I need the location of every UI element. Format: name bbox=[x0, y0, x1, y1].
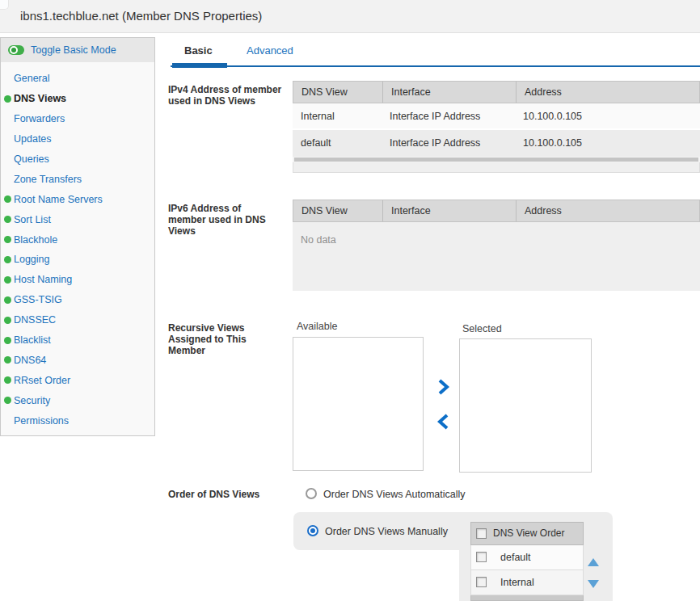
chevron-right-icon bbox=[436, 378, 449, 396]
horizontal-scrollbar[interactable] bbox=[293, 157, 700, 162]
sidebar-item-label: Blacklist bbox=[14, 334, 51, 346]
table-row[interactable]: Internal Interface IP Address 10.100.0.1… bbox=[293, 103, 700, 130]
cell-dns-view: Internal bbox=[293, 103, 382, 128]
column-header-interface[interactable]: Interface bbox=[382, 200, 516, 221]
sidebar-item-label: Zone Transfers bbox=[14, 174, 82, 185]
sidebar-item-gss-tsig[interactable]: GSS-TSIG bbox=[1, 290, 154, 310]
sidebar-item-root-name-servers[interactable]: Root Name Servers bbox=[1, 189, 154, 209]
cell-address: 10.100.0.105 bbox=[515, 130, 700, 157]
column-header-address[interactable]: Address bbox=[516, 200, 699, 221]
toggle-knob bbox=[10, 46, 18, 54]
status-dot-icon bbox=[4, 95, 11, 103]
sidebar-item-label: Forwarders bbox=[14, 113, 65, 124]
sidebar-item-label: RRset Order bbox=[14, 375, 70, 386]
scrollbar-thumb[interactable] bbox=[294, 158, 698, 162]
toggle-basic-mode[interactable]: Toggle Basic Mode bbox=[1, 38, 154, 62]
move-left-button[interactable] bbox=[436, 413, 449, 434]
toggle-switch-icon[interactable] bbox=[8, 45, 24, 55]
sidebar-item-dns-views[interactable]: DNS Views bbox=[1, 89, 154, 109]
sidebar-item-dns64[interactable]: DNS64 bbox=[1, 350, 154, 370]
tab-basic[interactable]: Basic bbox=[184, 44, 213, 57]
status-dot-icon bbox=[4, 337, 11, 344]
sidebar-item-label: Updates bbox=[14, 133, 52, 145]
recursive-views-section-label: Recursive Views Assigned to This Member bbox=[168, 322, 259, 356]
move-right-button[interactable] bbox=[436, 378, 449, 399]
radio-order-manually-label[interactable]: Order DNS Views Manually bbox=[325, 526, 448, 537]
select-all-checkbox[interactable] bbox=[476, 528, 487, 539]
order-row-label: default bbox=[500, 545, 531, 569]
ipv4-table-header: DNS View Interface Address bbox=[293, 81, 700, 103]
status-dot-icon bbox=[4, 376, 11, 384]
active-tab-indicator bbox=[172, 63, 227, 68]
column-header-address[interactable]: Address bbox=[516, 82, 699, 103]
sidebar-item-label: Host Naming bbox=[14, 274, 72, 285]
status-dot-icon bbox=[4, 216, 11, 223]
sidebar-item-blackhole[interactable]: Blackhole bbox=[1, 229, 154, 250]
sidebar-item-forwarders[interactable]: Forwarders bbox=[1, 109, 154, 129]
ipv4-table: DNS View Interface Address Internal Inte… bbox=[293, 81, 700, 173]
status-dot-icon bbox=[4, 236, 11, 243]
cell-address: 10.100.0.105 bbox=[515, 103, 700, 128]
row-checkbox[interactable] bbox=[476, 577, 487, 587]
status-dot-icon bbox=[4, 276, 11, 284]
dns-view-order-table: DNS View Order default Internal bbox=[470, 522, 584, 601]
cell-dns-view: default bbox=[293, 130, 382, 157]
selected-list-label: Selected bbox=[462, 323, 502, 334]
ipv6-table: DNS View Interface Address No data bbox=[293, 200, 700, 291]
ipv4-section-label: IPv4 Address of member used in DNS Views bbox=[168, 84, 296, 107]
sidebar-item-label: General bbox=[14, 73, 49, 84]
radio-order-automatically[interactable] bbox=[306, 488, 317, 499]
sidebar-item-label: DNS64 bbox=[14, 355, 46, 366]
radio-order-automatically-label[interactable]: Order DNS Views Automatically bbox=[323, 489, 466, 500]
cell-interface: Interface IP Address bbox=[382, 130, 515, 157]
column-header-interface[interactable]: Interface bbox=[382, 82, 516, 103]
table-footer-strip bbox=[293, 162, 700, 173]
sidebar-item-rrset-order[interactable]: RRset Order bbox=[1, 370, 154, 390]
column-header-dns-view[interactable]: DNS View bbox=[293, 82, 382, 103]
sidebar-item-logging[interactable]: Logging bbox=[1, 250, 154, 270]
sidebar-item-permissions[interactable]: Permissions bbox=[1, 410, 154, 431]
sidebar-item-label: DNS Views bbox=[14, 93, 66, 104]
order-table-scrollbar[interactable] bbox=[470, 595, 584, 601]
dialog-title: ibns1.techblue.net (Member DNS Propertie… bbox=[20, 9, 262, 23]
sidebar-nav: General DNS Views Forwarders Updates Que… bbox=[1, 62, 154, 431]
sidebar-item-blacklist[interactable]: Blacklist bbox=[1, 330, 154, 351]
sidebar-item-label: Queries bbox=[14, 153, 49, 165]
available-list-label: Available bbox=[297, 321, 338, 332]
order-table-header-label: DNS View Order bbox=[493, 523, 564, 544]
sidebar-item-sort-list[interactable]: Sort List bbox=[1, 209, 154, 229]
tab-advanced[interactable]: Advanced bbox=[247, 44, 293, 57]
sidebar-item-zone-transfers[interactable]: Zone Transfers bbox=[1, 169, 154, 189]
sidebar-item-security[interactable]: Security bbox=[1, 390, 154, 410]
order-table-header: DNS View Order bbox=[470, 522, 584, 545]
status-dot-icon bbox=[4, 296, 11, 304]
ipv6-table-header: DNS View Interface Address bbox=[293, 200, 700, 222]
member-dns-properties-dialog: ibns1.techblue.net (Member DNS Propertie… bbox=[0, 0, 700, 601]
column-header-dns-view[interactable]: DNS View bbox=[293, 200, 382, 221]
selected-listbox[interactable] bbox=[459, 338, 592, 473]
order-row-label: Internal bbox=[500, 570, 534, 595]
corner-decoration bbox=[0, 0, 9, 10]
sidebar-item-dnssec[interactable]: DNSSEC bbox=[1, 310, 154, 330]
move-down-arrow-icon[interactable] bbox=[588, 580, 599, 588]
sidebar-item-label: Permissions bbox=[14, 415, 69, 427]
sidebar-item-general[interactable]: General bbox=[1, 69, 154, 89]
move-up-arrow-icon[interactable] bbox=[588, 558, 599, 566]
sidebar-item-queries[interactable]: Queries bbox=[1, 149, 154, 170]
status-dot-icon bbox=[4, 256, 11, 263]
order-row-internal[interactable]: Internal bbox=[470, 570, 584, 595]
ipv6-section-label: IPv6 Address of member used in DNS Views bbox=[168, 203, 281, 237]
order-row-default[interactable]: default bbox=[470, 545, 584, 570]
available-listbox[interactable] bbox=[293, 337, 424, 471]
table-row[interactable]: default Interface IP Address 10.100.0.10… bbox=[293, 130, 700, 157]
row-checkbox[interactable] bbox=[476, 552, 487, 562]
sidebar-item-label: GSS-TSIG bbox=[14, 294, 62, 305]
status-dot-icon bbox=[4, 397, 11, 404]
sidebar-item-host-naming[interactable]: Host Naming bbox=[1, 270, 154, 290]
order-section-label: Order of DNS Views bbox=[168, 489, 289, 500]
sidebar-item-updates[interactable]: Updates bbox=[1, 129, 154, 149]
status-dot-icon bbox=[4, 317, 11, 324]
chevron-left-icon bbox=[436, 413, 449, 431]
no-data-message: No data bbox=[293, 222, 700, 246]
radio-order-manually[interactable] bbox=[307, 525, 318, 536]
